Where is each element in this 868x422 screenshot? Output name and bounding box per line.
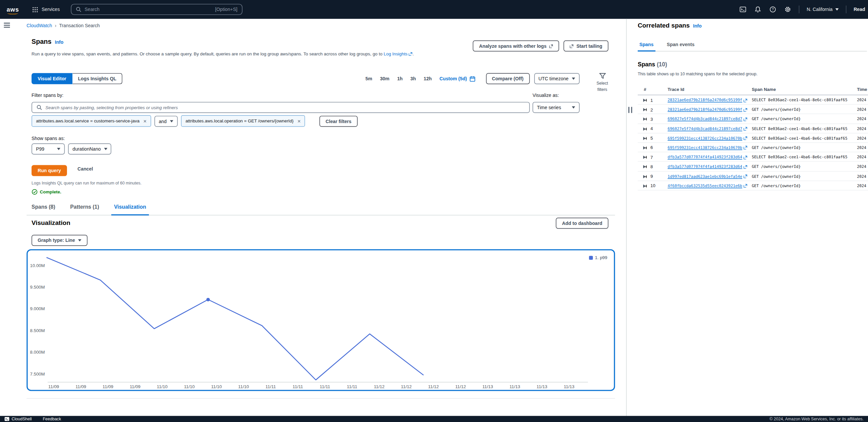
table-row[interactable]: 6695f599231ecc4138726cc234a10670bGET /ow… [638,143,868,153]
graph-type-dropdown[interactable]: Graph type: Line [32,235,87,246]
cancel-button[interactable]: Cancel [78,166,93,172]
expand-row-icon[interactable] [643,146,647,150]
run-query-button[interactable]: Run query [32,165,67,176]
visual-editor-toggle[interactable]: Visual Editor [32,73,72,84]
chevron-down-icon [572,78,575,80]
tab-patterns[interactable]: Patterns (1) [67,199,102,215]
time-range-1h[interactable]: 1h [393,73,406,84]
success-check-icon [32,189,37,195]
trace-id-link[interactable]: 28321ae6ed79b218f6a2470d6c95199f [668,98,747,102]
help-icon[interactable]: ? [769,6,777,13]
table-row[interactable]: 104f60fbccda632535d55eec0243921e6bGET /o… [638,181,868,190]
trace-id-link[interactable]: 695f599231ecc4138726cc234a10670b [668,136,747,140]
spans-table-description: This table shows up to 10 matching spans… [638,71,757,76]
operator-select[interactable]: and [154,116,178,126]
cloudshell-icon[interactable] [739,6,747,13]
expand-row-icon[interactable] [643,156,647,159]
filter-token-operation[interactable]: attributes.aws.local.operation = GET /ow… [181,115,305,127]
trace-id-link[interactable]: 28321ae6ed79b218f6a2470d6c95199f [668,107,747,112]
trace-id-link[interactable]: 4f60fbccda632535d55eec0243921e6b [668,184,747,188]
table-row[interactable]: 3696027e5f74d4b3cad844c21897ce8d7GET /ow… [638,114,868,124]
expand-row-icon[interactable] [643,118,647,121]
table-row[interactable]: 5695f599231ecc4138726cc234a10670bSELECT … [638,133,868,143]
expand-row-icon[interactable] [643,184,647,188]
table-row[interactable]: 8dfb3a577d077074f4fa414923f283d64GET /ow… [638,162,868,171]
expand-row-icon[interactable] [643,175,647,178]
cloudshell-button[interactable]: CloudShell [4,416,32,421]
trace-id-link[interactable]: dfb3a577d077074f4fa414923f283d64 [668,155,747,160]
results-tabbar: Spans (8) Patterns (1) Visualization [27,199,615,215]
svg-text:11/13: 11/13 [564,384,575,389]
account-menu-button[interactable]: Read [854,7,868,12]
split-panel-resize-handle[interactable] [628,107,632,113]
table-row[interactable]: 128321ae6ed79b218f6a2470d6c95199fSELECT … [638,95,868,105]
filter-token-service[interactable]: attributes.aws.local.service = customers… [32,115,151,127]
tab-span-events[interactable]: Span events [665,38,696,52]
visualize-as-select[interactable]: Time series [532,102,580,113]
trace-id-link[interactable]: 1d997ed817aad623ae1ebc69b1efa54e [668,174,747,178]
time-range-5m[interactable]: 5m [362,73,376,84]
hamburger-menu-icon[interactable] [3,22,11,30]
tab-spans[interactable]: Spans (8) [29,199,58,215]
table-row[interactable]: 228321ae6ed79b218f6a2470d6c95199fGET /ow… [638,105,868,115]
expand-row-icon[interactable] [643,108,647,111]
aws-logo[interactable]: aws [7,6,19,12]
svg-text:10.00M: 10.00M [30,263,45,268]
time-range-30m[interactable]: 30m [376,73,394,84]
metric-select[interactable]: durationNano [68,143,111,154]
region-selector[interactable]: N. California [807,7,838,12]
trace-id-link[interactable]: 696027e5f74d4b3cad844c21897ce8d7 [668,117,747,122]
line-chart-canvas[interactable]: 10.00M9.500M9.000M8.500M8.000M7.500M11/0… [28,251,614,390]
trace-id-link[interactable]: 695f599231ecc4138726cc234a10670b [668,145,747,150]
services-menu-button[interactable]: Services [31,6,60,13]
expand-row-icon[interactable] [643,165,647,168]
percentile-select[interactable]: P99 [32,143,65,154]
log-insights-link[interactable]: Log Insights [383,52,412,56]
table-row[interactable]: 4696027e5f74d4b3cad844c21897ce8d7SELECT … [638,124,868,133]
timezone-select[interactable]: UTC timezone [534,73,579,84]
logs-insights-ql-toggle[interactable]: Logs Insights QL [72,73,122,84]
svg-text:?: ? [772,7,774,11]
search-placeholder: Search [85,7,99,12]
compare-button[interactable]: Compare (Off) [486,73,530,84]
row-number: 8 [650,164,653,169]
expand-row-icon[interactable] [643,99,647,102]
span-name: GET /owners/{ownerId} [752,174,856,178]
breadcrumb-cloudwatch-link[interactable]: CloudWatch [27,23,52,28]
tab-correlated-spans[interactable]: Spans [638,38,655,52]
chevron-down-icon [572,106,575,109]
expand-row-icon[interactable] [643,127,647,130]
feedback-button[interactable]: Feedback [43,416,61,421]
spans-info-link[interactable]: Info [55,39,63,45]
trace-id-link[interactable]: 696027e5f74d4b3cad844c21897ce8d7 [668,127,747,131]
select-filters-button[interactable]: Select filters [589,73,616,92]
span-name: GET /owners/{ownerId} [752,107,856,112]
correlated-info-link[interactable]: Info [693,23,702,29]
row-number: 10 [650,184,655,189]
line-chart-container[interactable]: 10.00M9.500M9.000M8.500M8.000M7.500M11/0… [27,249,615,391]
settings-gear-icon[interactable] [784,6,792,13]
editor-mode-toggle: Visual Editor Logs Insights QL [32,73,122,84]
external-link-icon [743,146,747,150]
table-row[interactable]: 7dfb3a577d077074f4fa414923f283d64SELECT … [638,152,868,162]
table-row[interactable]: 91d997ed817aad623ae1ebc69b1efa54eGET /ow… [638,171,868,181]
span-name: GET /owners/{ownerId} [752,184,856,188]
chart-legend-item[interactable]: 1. p99 [589,255,607,260]
clear-filters-button[interactable]: Clear filters [319,116,358,126]
remove-token-icon[interactable] [297,118,301,124]
analyze-spans-button[interactable]: Analyze spans with other logs [473,40,559,52]
custom-range-button[interactable]: Custom (5d) [436,73,479,84]
start-tailing-button[interactable]: Start tailing [564,40,609,52]
trace-id-link[interactable]: dfb3a577d077074f4fa414923f283d64 [668,165,747,169]
expand-row-icon[interactable] [643,137,647,140]
time-range-3h[interactable]: 3h [406,73,420,84]
span-time: 2024 [857,174,866,178]
add-to-dashboard-button[interactable]: Add to dashboard [556,218,608,229]
time-range-12h[interactable]: 12h [420,73,436,84]
tab-visualization[interactable]: Visualization [111,199,149,215]
notifications-bell-icon[interactable] [754,6,762,13]
span-search-input[interactable]: Search spans by pasting, selecting from … [32,102,530,113]
console-search-input[interactable]: Search [Option+S] [71,4,242,15]
span-time: 2024 [857,184,866,188]
remove-token-icon[interactable] [143,118,147,124]
